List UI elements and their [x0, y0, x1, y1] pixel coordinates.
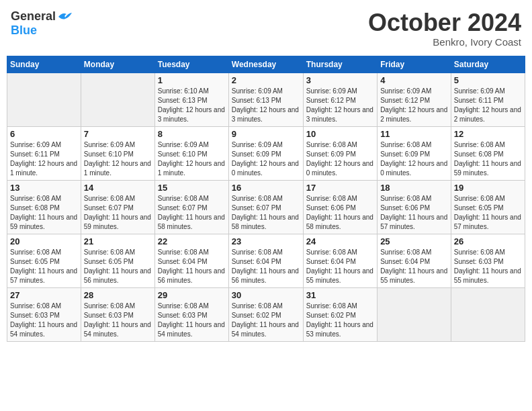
day-number: 7 — [84, 129, 152, 139]
day-number: 2 — [232, 75, 300, 85]
calendar-day-cell: 7Sunrise: 6:09 AMSunset: 6:10 PMDaylight… — [81, 126, 154, 180]
calendar-day-cell: 22Sunrise: 6:08 AMSunset: 6:04 PMDayligh… — [154, 234, 228, 287]
day-info: Sunrise: 6:08 AMSunset: 6:09 PMDaylight:… — [306, 140, 374, 178]
day-info: Sunrise: 6:09 AMSunset: 6:11 PMDaylight:… — [10, 140, 78, 178]
day-number: 20 — [10, 236, 78, 246]
day-number: 23 — [232, 236, 300, 246]
day-info: Sunrise: 6:09 AMSunset: 6:11 PMDaylight:… — [454, 87, 522, 124]
day-info: Sunrise: 6:10 AMSunset: 6:13 PMDaylight:… — [158, 87, 226, 124]
weekday-header: Sunday — [7, 56, 81, 73]
calendar-day-cell: 1Sunrise: 6:10 AMSunset: 6:13 PMDaylight… — [154, 73, 228, 126]
weekday-header: Saturday — [451, 56, 525, 73]
day-number: 14 — [84, 183, 152, 193]
calendar-day-cell: 18Sunrise: 6:08 AMSunset: 6:06 PMDayligh… — [378, 180, 451, 234]
calendar-day-cell: 20Sunrise: 6:08 AMSunset: 6:05 PMDayligh… — [7, 234, 81, 287]
page-header: General Blue October 2024 Benkro, Ivory … — [7, 7, 525, 50]
weekday-header: Thursday — [303, 56, 377, 73]
day-number: 9 — [232, 129, 300, 139]
day-number: 28 — [84, 290, 152, 300]
calendar-table: SundayMondayTuesdayWednesdayThursdayFrid… — [7, 56, 525, 342]
day-info: Sunrise: 6:08 AMSunset: 6:08 PMDaylight:… — [454, 140, 522, 178]
calendar-day-cell: 25Sunrise: 6:08 AMSunset: 6:04 PMDayligh… — [378, 234, 451, 287]
day-number: 29 — [158, 290, 226, 300]
day-info: Sunrise: 6:09 AMSunset: 6:12 PMDaylight:… — [380, 87, 448, 124]
calendar-week-row: 6Sunrise: 6:09 AMSunset: 6:11 PMDaylight… — [7, 126, 525, 180]
calendar-week-row: 1Sunrise: 6:10 AMSunset: 6:13 PMDaylight… — [7, 73, 525, 126]
calendar-day-cell: 28Sunrise: 6:08 AMSunset: 6:03 PMDayligh… — [81, 287, 154, 341]
title-block: October 2024 Benkro, Ivory Coast — [368, 9, 521, 48]
day-info: Sunrise: 6:08 AMSunset: 6:06 PMDaylight:… — [306, 194, 374, 232]
day-number: 18 — [380, 183, 448, 193]
day-info: Sunrise: 6:08 AMSunset: 6:05 PMDaylight:… — [84, 248, 152, 285]
calendar-day-cell: 10Sunrise: 6:08 AMSunset: 6:09 PMDayligh… — [303, 126, 377, 180]
calendar-day-cell: 14Sunrise: 6:08 AMSunset: 6:07 PMDayligh… — [81, 180, 154, 234]
day-info: Sunrise: 6:08 AMSunset: 6:03 PMDaylight:… — [454, 248, 522, 285]
calendar-day-cell: 8Sunrise: 6:09 AMSunset: 6:10 PMDaylight… — [154, 126, 228, 180]
calendar-day-cell: 30Sunrise: 6:08 AMSunset: 6:02 PMDayligh… — [228, 287, 303, 341]
day-info: Sunrise: 6:09 AMSunset: 6:10 PMDaylight:… — [84, 140, 152, 178]
day-number: 26 — [454, 236, 522, 246]
calendar-day-cell: 21Sunrise: 6:08 AMSunset: 6:05 PMDayligh… — [81, 234, 154, 287]
day-number: 11 — [380, 129, 448, 139]
weekday-header: Friday — [378, 56, 451, 73]
calendar-day-cell: 2Sunrise: 6:09 AMSunset: 6:13 PMDaylight… — [228, 73, 303, 126]
logo-general-text: General — [11, 9, 56, 24]
day-info: Sunrise: 6:08 AMSunset: 6:04 PMDaylight:… — [380, 248, 448, 285]
calendar-day-cell: 16Sunrise: 6:08 AMSunset: 6:07 PMDayligh… — [228, 180, 303, 234]
calendar-day-cell: 5Sunrise: 6:09 AMSunset: 6:11 PMDaylight… — [451, 73, 525, 126]
calendar-day-cell: 27Sunrise: 6:08 AMSunset: 6:03 PMDayligh… — [7, 287, 81, 341]
calendar-week-row: 20Sunrise: 6:08 AMSunset: 6:05 PMDayligh… — [7, 234, 525, 287]
calendar-day-cell: 13Sunrise: 6:08 AMSunset: 6:08 PMDayligh… — [7, 180, 81, 234]
day-number: 15 — [158, 183, 226, 193]
day-info: Sunrise: 6:08 AMSunset: 6:05 PMDaylight:… — [10, 248, 78, 285]
day-info: Sunrise: 6:09 AMSunset: 6:12 PMDaylight:… — [306, 87, 374, 124]
day-info: Sunrise: 6:08 AMSunset: 6:08 PMDaylight:… — [10, 194, 78, 232]
day-number: 5 — [454, 75, 522, 85]
weekday-header: Monday — [81, 56, 154, 73]
calendar-day-cell: 19Sunrise: 6:08 AMSunset: 6:05 PMDayligh… — [451, 180, 525, 234]
day-number: 13 — [10, 183, 78, 193]
day-number: 4 — [380, 75, 448, 85]
calendar-day-cell: 29Sunrise: 6:08 AMSunset: 6:03 PMDayligh… — [154, 287, 228, 341]
logo-blue-text: Blue — [11, 24, 37, 38]
day-number: 8 — [158, 129, 226, 139]
day-number: 6 — [10, 129, 78, 139]
day-number: 31 — [306, 290, 374, 300]
day-number: 25 — [380, 236, 448, 246]
day-info: Sunrise: 6:08 AMSunset: 6:04 PMDaylight:… — [158, 248, 226, 285]
calendar-day-cell: 26Sunrise: 6:08 AMSunset: 6:03 PMDayligh… — [451, 234, 525, 287]
day-number: 17 — [306, 183, 374, 193]
day-info: Sunrise: 6:08 AMSunset: 6:07 PMDaylight:… — [232, 194, 300, 232]
day-info: Sunrise: 6:09 AMSunset: 6:13 PMDaylight:… — [232, 87, 300, 124]
day-info: Sunrise: 6:08 AMSunset: 6:03 PMDaylight:… — [158, 302, 226, 339]
day-info: Sunrise: 6:09 AMSunset: 6:09 PMDaylight:… — [232, 140, 300, 178]
day-info: Sunrise: 6:08 AMSunset: 6:05 PMDaylight:… — [454, 194, 522, 232]
day-info: Sunrise: 6:08 AMSunset: 6:02 PMDaylight:… — [232, 302, 300, 339]
calendar-day-cell — [7, 73, 81, 126]
day-info: Sunrise: 6:08 AMSunset: 6:04 PMDaylight:… — [232, 248, 300, 285]
calendar-day-cell — [81, 73, 154, 126]
calendar-day-cell: 15Sunrise: 6:08 AMSunset: 6:07 PMDayligh… — [154, 180, 228, 234]
day-info: Sunrise: 6:09 AMSunset: 6:10 PMDaylight:… — [158, 140, 226, 178]
day-number: 22 — [158, 236, 226, 246]
calendar-day-cell: 6Sunrise: 6:09 AMSunset: 6:11 PMDaylight… — [7, 126, 81, 180]
day-number: 19 — [454, 183, 522, 193]
day-number: 27 — [10, 290, 78, 300]
day-info: Sunrise: 6:08 AMSunset: 6:09 PMDaylight:… — [380, 140, 448, 178]
day-number: 16 — [232, 183, 300, 193]
day-number: 12 — [454, 129, 522, 139]
day-info: Sunrise: 6:08 AMSunset: 6:03 PMDaylight:… — [10, 302, 78, 339]
calendar-day-cell: 31Sunrise: 6:08 AMSunset: 6:02 PMDayligh… — [303, 287, 377, 341]
day-number: 1 — [158, 75, 226, 85]
day-number: 30 — [232, 290, 300, 300]
calendar-header-row: SundayMondayTuesdayWednesdayThursdayFrid… — [7, 56, 525, 73]
calendar-week-row: 27Sunrise: 6:08 AMSunset: 6:03 PMDayligh… — [7, 287, 525, 341]
calendar-day-cell: 3Sunrise: 6:09 AMSunset: 6:12 PMDaylight… — [303, 73, 377, 126]
day-info: Sunrise: 6:08 AMSunset: 6:02 PMDaylight:… — [306, 302, 374, 339]
weekday-header: Tuesday — [154, 56, 228, 73]
day-number: 10 — [306, 129, 374, 139]
day-info: Sunrise: 6:08 AMSunset: 6:06 PMDaylight:… — [380, 194, 448, 232]
day-number: 21 — [84, 236, 152, 246]
calendar-week-row: 13Sunrise: 6:08 AMSunset: 6:08 PMDayligh… — [7, 180, 525, 234]
calendar-day-cell: 17Sunrise: 6:08 AMSunset: 6:06 PMDayligh… — [303, 180, 377, 234]
